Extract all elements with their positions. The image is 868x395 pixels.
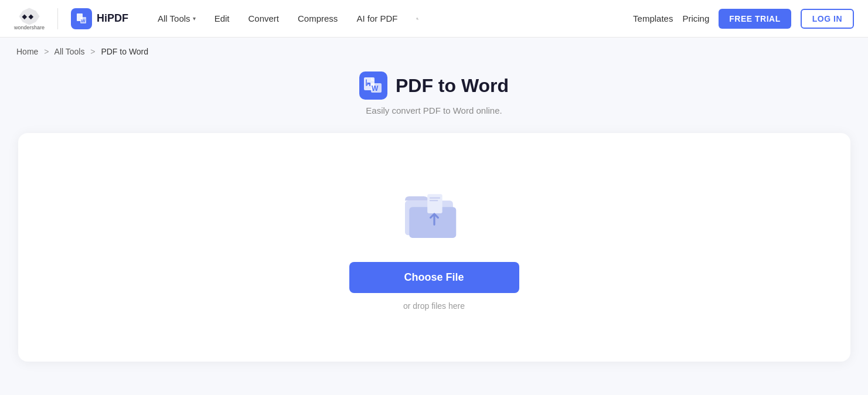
breadcrumb-sep-1: > <box>44 47 49 56</box>
svg-text:W: W <box>81 18 86 23</box>
logo-area: ⬥⬥ wondershare W HiPDF <box>14 7 128 30</box>
drop-hint: or drop files here <box>403 301 465 311</box>
page-title: PDF to Word <box>396 75 509 97</box>
main-content: W PDF to Word Easily convert PDF to Word… <box>0 66 868 379</box>
hipdf-logo[interactable]: W HiPDF <box>71 8 128 29</box>
drop-zone[interactable]: Choose File or drop files here <box>18 133 850 362</box>
breadcrumb-home[interactable]: Home <box>16 47 38 56</box>
svg-rect-11 <box>429 197 440 198</box>
header: ⬥⬥ wondershare W HiPDF All Tools ▾ Edit … <box>0 0 868 38</box>
choose-file-button[interactable]: Choose File <box>349 262 519 293</box>
nav-convert[interactable]: Convert <box>240 9 287 28</box>
svg-text:W: W <box>372 84 379 93</box>
free-trial-button[interactable]: FREE TRIAL <box>719 9 791 29</box>
svg-rect-10 <box>427 194 442 213</box>
login-button[interactable]: LOG IN <box>801 9 854 29</box>
nav-templates[interactable]: Templates <box>633 13 673 23</box>
page-header: W PDF to Word Easily convert PDF to Word… <box>359 71 509 115</box>
nav-right: Templates Pricing FREE TRIAL LOG IN <box>633 9 854 29</box>
wondershare-logo[interactable]: ⬥⬥ wondershare <box>14 7 45 30</box>
main-nav: All Tools ▾ Edit Convert Compress AI for… <box>149 9 633 28</box>
breadcrumb-current: PDF to Word <box>101 47 148 56</box>
nav-all-tools[interactable]: All Tools ▾ <box>149 9 204 28</box>
breadcrumb-all-tools[interactable]: All Tools <box>55 47 85 56</box>
breadcrumb-sep-2: > <box>90 47 95 56</box>
search-icon[interactable] <box>408 9 427 28</box>
page-subtitle: Easily convert PDF to Word online. <box>366 105 502 115</box>
breadcrumb: Home > All Tools > PDF to Word <box>0 38 868 66</box>
upload-illustration <box>399 185 469 246</box>
hipdf-icon: W <box>71 8 92 29</box>
hipdf-text: HiPDF <box>97 12 128 25</box>
svg-rect-12 <box>429 200 438 201</box>
nav-edit[interactable]: Edit <box>206 9 238 28</box>
tool-icon: W <box>359 71 387 100</box>
page-title-row: W PDF to Word <box>359 71 509 100</box>
nav-pricing[interactable]: Pricing <box>682 13 709 23</box>
nav-compress[interactable]: Compress <box>290 9 346 28</box>
logo-divider <box>57 8 58 29</box>
nav-ai-for-pdf[interactable]: AI for PDF <box>348 9 406 28</box>
svg-text:⬥⬥: ⬥⬥ <box>21 9 34 21</box>
chevron-down-icon: ▾ <box>193 15 196 22</box>
